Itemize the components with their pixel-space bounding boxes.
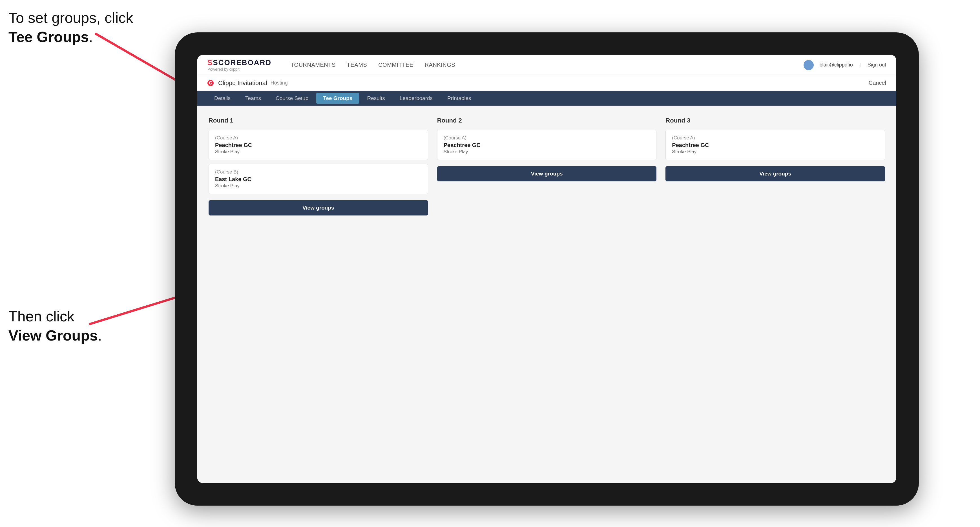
subnav-teams[interactable]: Teams xyxy=(239,93,268,104)
instruction-bottom-line1: Then click xyxy=(8,308,75,324)
round-3-title: Round 3 xyxy=(665,117,885,124)
instruction-top: To set groups, click Tee Groups. xyxy=(8,8,133,46)
logo-sub: Powered by clippit xyxy=(207,67,271,71)
main-content: Round 1 (Course A) Peachtree GC Stroke P… xyxy=(197,106,896,483)
round-1-course-b-format: Stroke Play xyxy=(215,183,422,189)
logo-area: SSCOREBOARD Powered by clippit xyxy=(207,58,271,71)
subnav-details[interactable]: Details xyxy=(207,93,237,104)
user-avatar xyxy=(803,60,814,70)
logo-icon: S xyxy=(207,58,213,67)
round-3-course-a-card: (Course A) Peachtree GC Stroke Play xyxy=(665,130,885,160)
instruction-bottom-period: . xyxy=(98,327,102,344)
round-3-column: Round 3 (Course A) Peachtree GC Stroke P… xyxy=(665,117,885,216)
tournament-title: C Clippd Invitational Hosting xyxy=(207,79,288,87)
instruction-bottom: Then click View Groups. xyxy=(8,307,102,345)
round-1-course-a-name: Peachtree GC xyxy=(215,142,422,148)
nav-teams[interactable]: TEAMS xyxy=(347,62,367,68)
tablet-screen: SSCOREBOARD Powered by clippit TOURNAMEN… xyxy=(197,55,896,483)
round-1-course-a-card: (Course A) Peachtree GC Stroke Play xyxy=(208,130,428,160)
round-1-view-groups-button[interactable]: View groups xyxy=(208,200,428,216)
round-2-column: Round 2 (Course A) Peachtree GC Stroke P… xyxy=(437,117,657,216)
round-2-course-a-name: Peachtree GC xyxy=(444,142,650,148)
round-3-view-groups-button[interactable]: View groups xyxy=(665,166,885,181)
round-3-course-a-name: Peachtree GC xyxy=(672,142,878,148)
nav-rankings[interactable]: RANKINGS xyxy=(425,62,455,68)
sub-nav: Details Teams Course Setup Tee Groups Re… xyxy=(197,91,896,106)
round-2-title: Round 2 xyxy=(437,117,657,124)
subnav-tee-groups[interactable]: Tee Groups xyxy=(316,93,359,104)
subnav-results[interactable]: Results xyxy=(360,93,391,104)
round-2-course-a-format: Stroke Play xyxy=(444,149,650,155)
sign-out-link[interactable]: Sign out xyxy=(867,62,886,68)
nav-tournaments[interactable]: TOURNAMENTS xyxy=(291,62,336,68)
nav-links: TOURNAMENTS TEAMS COMMITTEE RANKINGS xyxy=(291,62,790,68)
nav-committee[interactable]: COMMITTEE xyxy=(378,62,414,68)
cancel-button[interactable]: Cancel xyxy=(869,80,886,86)
hosting-badge: Hosting xyxy=(270,80,288,86)
subnav-leaderboards[interactable]: Leaderboards xyxy=(393,93,439,104)
round-1-course-b-name: East Lake GC xyxy=(215,176,422,183)
round-1-title: Round 1 xyxy=(208,117,428,124)
round-3-course-a-label: (Course A) xyxy=(672,135,878,141)
logo-text: SSCOREBOARD xyxy=(207,58,271,67)
subnav-printables[interactable]: Printables xyxy=(441,93,478,104)
top-nav: SSCOREBOARD Powered by clippit TOURNAMEN… xyxy=(197,55,896,75)
subnav-course-setup[interactable]: Course Setup xyxy=(269,93,315,104)
instruction-top-line1: To set groups, click xyxy=(8,10,133,26)
nav-right: blair@clippd.io | Sign out xyxy=(803,60,886,70)
tablet-frame: SSCOREBOARD Powered by clippit TOURNAMEN… xyxy=(175,32,919,506)
tournament-bar: C Clippd Invitational Hosting Cancel xyxy=(197,75,896,91)
round-1-column: Round 1 (Course A) Peachtree GC Stroke P… xyxy=(208,117,428,216)
tournament-logo-letter: C xyxy=(207,80,214,86)
rounds-container: Round 1 (Course A) Peachtree GC Stroke P… xyxy=(208,117,885,216)
round-1-course-a-label: (Course A) xyxy=(215,135,422,141)
round-3-course-a-format: Stroke Play xyxy=(672,149,878,155)
round-2-course-a-label: (Course A) xyxy=(444,135,650,141)
tournament-name: Clippd Invitational xyxy=(218,79,267,87)
instruction-top-period: . xyxy=(89,29,93,45)
user-email: blair@clippd.io xyxy=(819,62,853,68)
round-1-course-a-format: Stroke Play xyxy=(215,149,422,155)
round-1-course-b-label: (Course B) xyxy=(215,169,422,175)
instruction-bottom-line2: View Groups xyxy=(8,327,98,344)
round-2-view-groups-button[interactable]: View groups xyxy=(437,166,657,181)
instruction-top-line2: Tee Groups xyxy=(8,29,89,45)
round-1-course-b-card: (Course B) East Lake GC Stroke Play xyxy=(208,164,428,194)
round-2-course-a-card: (Course A) Peachtree GC Stroke Play xyxy=(437,130,657,160)
